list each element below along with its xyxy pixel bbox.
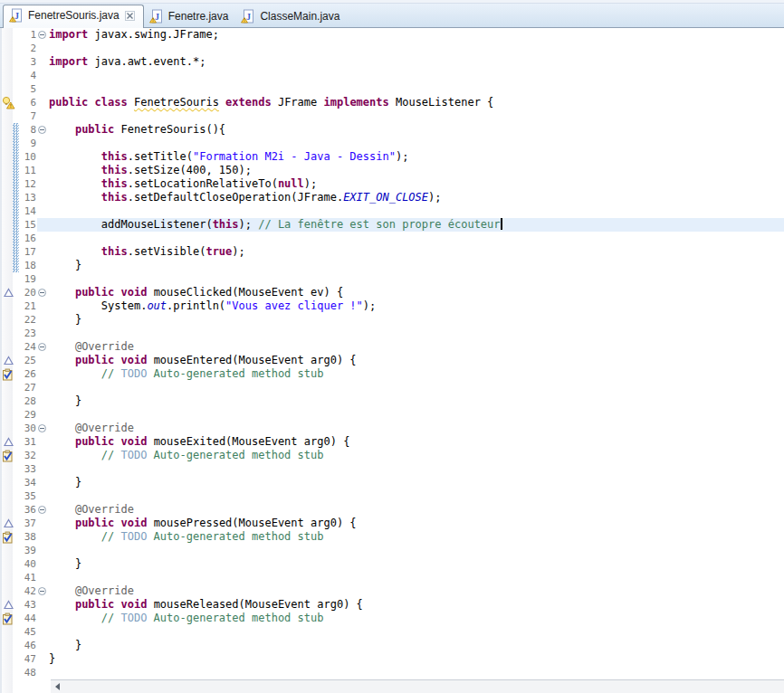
code-text[interactable] — [49, 137, 784, 150]
marker-bar-cell[interactable] — [0, 286, 13, 299]
folding-cell — [37, 394, 49, 408]
code-text[interactable]: } — [49, 476, 784, 489]
marker-bar-cell[interactable] — [0, 435, 13, 449]
scroll-left-arrow-icon[interactable] — [51, 680, 65, 693]
tab-fenetre-java[interactable]: J!Fenetre.java — [144, 6, 236, 27]
code-text[interactable]: @Override — [49, 503, 784, 517]
collapse-region-icon[interactable] — [38, 343, 46, 351]
code-line: 32 // TODO Auto-generated method stub — [0, 449, 784, 462]
code-text[interactable]: import java.awt.event.*; — [49, 55, 784, 69]
code-line: 35 — [0, 489, 784, 503]
code-text[interactable]: this.setVisible(true); — [49, 245, 784, 259]
override-method-icon[interactable] — [4, 518, 14, 528]
code-line: 26 // TODO Auto-generated method stub — [0, 367, 784, 381]
marker-bar-cell[interactable] — [0, 612, 13, 625]
collapse-region-icon[interactable] — [38, 424, 46, 432]
code-text[interactable] — [49, 327, 784, 340]
code-text[interactable]: public void mouseReleased(MouseEvent arg… — [49, 598, 784, 612]
code-text[interactable]: this.setDefaultCloseOperation(JFrame.EXI… — [49, 191, 784, 204]
override-method-icon[interactable] — [4, 600, 14, 610]
code-text[interactable]: @Override — [49, 584, 784, 598]
tab-classemain-java[interactable]: J!ClasseMain.java — [235, 6, 347, 27]
code-text[interactable] — [49, 544, 784, 557]
override-method-icon[interactable] — [4, 288, 14, 298]
folding-cell — [37, 381, 49, 394]
code-text[interactable]: public void mouseEntered(MouseEvent arg0… — [49, 354, 784, 367]
collapse-region-icon[interactable] — [38, 289, 46, 297]
code-text[interactable] — [49, 69, 784, 82]
folding-cell — [37, 286, 49, 299]
code-text[interactable]: addMouseListener(this); // La fenêtre es… — [49, 218, 784, 232]
code-text[interactable]: // TODO Auto-generated method stub — [49, 367, 784, 381]
code-text[interactable] — [49, 571, 784, 584]
code-text[interactable]: // TODO Auto-generated method stub — [49, 449, 784, 462]
task-marker-icon[interactable] — [2, 612, 14, 625]
code-text[interactable]: } — [49, 652, 784, 666]
code-text[interactable]: @Override — [49, 422, 784, 435]
code-text[interactable] — [49, 232, 784, 245]
close-tab-icon[interactable] — [124, 10, 136, 22]
marker-bar-cell[interactable] — [0, 449, 13, 462]
code-text[interactable]: public FenetreSouris(){ — [49, 123, 784, 137]
folding-cell — [37, 571, 49, 584]
code-text[interactable] — [49, 462, 784, 476]
code-text[interactable] — [49, 272, 784, 286]
code-text[interactable] — [49, 666, 784, 679]
collapse-region-icon[interactable] — [38, 587, 46, 595]
code-text[interactable]: // TODO Auto-generated method stub — [49, 530, 784, 544]
marker-bar-cell[interactable] — [0, 354, 13, 367]
code-text[interactable] — [49, 489, 784, 503]
code-text[interactable]: // TODO Auto-generated method stub — [49, 612, 784, 625]
code-text[interactable]: public void mousePressed(MouseEvent arg0… — [49, 517, 784, 530]
tab-fenetresouris-java[interactable]: J!FenetreSouris.java — [3, 5, 144, 28]
quickfix-warning-icon[interactable]: ! — [2, 96, 15, 109]
code-text[interactable] — [49, 625, 784, 639]
code-text[interactable] — [49, 42, 784, 55]
code-text[interactable]: import javax.swing.JFrame; — [49, 28, 784, 42]
code-text[interactable] — [49, 381, 784, 394]
code-line: 43 public void mouseReleased(MouseEvent … — [0, 598, 784, 612]
code-text[interactable]: this.setTitle("Formation M2i - Java - De… — [49, 150, 784, 164]
code-text[interactable]: } — [49, 259, 784, 272]
code-line: 3import java.awt.event.*; — [0, 55, 784, 69]
code-line: 47} — [0, 652, 784, 666]
marker-bar-cell[interactable]: ! — [0, 96, 13, 109]
code-text[interactable]: } — [49, 313, 784, 327]
code-text[interactable]: this.setSize(400, 150); — [49, 164, 784, 177]
override-method-icon[interactable] — [4, 437, 14, 447]
collapse-region-icon[interactable] — [38, 31, 46, 39]
folding-cell — [37, 28, 49, 42]
marker-bar-cell[interactable] — [0, 530, 13, 544]
collapse-region-icon[interactable] — [38, 126, 46, 134]
marker-bar-cell[interactable] — [0, 598, 13, 612]
code-text[interactable] — [49, 82, 784, 96]
code-text[interactable]: } — [49, 394, 784, 408]
code-text[interactable]: this.setLocationRelativeTo(null); — [49, 177, 784, 191]
code-text[interactable]: public void mouseExited(MouseEvent arg0)… — [49, 435, 784, 449]
line-number: 12 — [19, 177, 37, 191]
folding-cell — [37, 218, 49, 232]
task-marker-icon[interactable] — [2, 450, 14, 462]
code-text[interactable] — [49, 408, 784, 422]
code-line: 20 public void mouseClicked(MouseEvent e… — [0, 286, 784, 299]
folding-cell — [37, 584, 49, 598]
marker-bar-cell[interactable] — [0, 367, 13, 381]
collapse-region-icon[interactable] — [38, 506, 46, 514]
code-line: 39 — [0, 544, 784, 557]
code-text[interactable]: } — [49, 557, 784, 571]
code-text[interactable] — [49, 204, 784, 218]
code-text[interactable]: } — [49, 639, 784, 652]
svg-text:J: J — [14, 11, 19, 21]
marker-bar-cell — [0, 394, 13, 408]
task-marker-icon[interactable] — [2, 368, 14, 381]
line-number: 6 — [19, 96, 37, 109]
code-text[interactable]: public class FenetreSouris extends JFram… — [49, 96, 784, 109]
code-text[interactable]: System.out.println("Vous avez cliquer !"… — [49, 299, 784, 313]
code-text[interactable] — [49, 109, 784, 123]
override-method-icon[interactable] — [4, 356, 14, 365]
task-marker-icon[interactable] — [2, 531, 14, 544]
horizontal-scrollbar[interactable] — [51, 679, 784, 693]
code-text[interactable]: @Override — [49, 340, 784, 354]
marker-bar-cell[interactable] — [0, 517, 13, 530]
code-text[interactable]: public void mouseClicked(MouseEvent ev) … — [49, 286, 784, 299]
